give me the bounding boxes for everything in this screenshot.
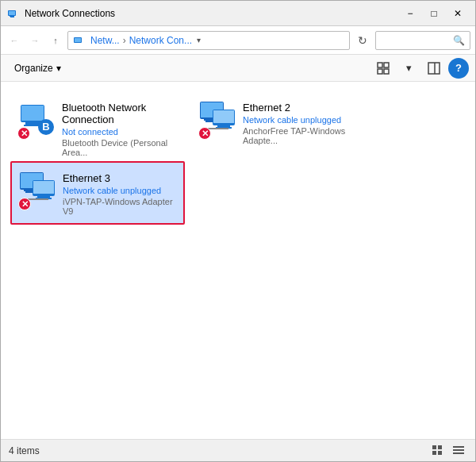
up-button[interactable]: ↑ bbox=[47, 32, 64, 49]
svg-rect-24 bbox=[217, 125, 230, 127]
address-input[interactable]: Netw... › Network Con... ▾ bbox=[67, 31, 350, 50]
svg-rect-13 bbox=[21, 106, 44, 121]
svg-rect-8 bbox=[378, 69, 382, 74]
network-item-ethernet2[interactable]: ✕ Ethernet 2 Network cable unplugged Anc… bbox=[191, 91, 366, 155]
breadcrumb-part2[interactable]: Network Con... bbox=[129, 35, 192, 46]
svg-rect-7 bbox=[384, 63, 389, 67]
net-name-ethernet2: Ethernet 2 bbox=[243, 102, 359, 114]
organize-dropdown-icon: ▾ bbox=[56, 63, 61, 74]
toolbar-right: ▾ ? bbox=[372, 58, 469, 79]
net-icon-wrap-ethernet2: ✕ bbox=[198, 98, 236, 140]
net-status-ethernet2: Network cable unplugged bbox=[243, 115, 359, 125]
breadcrumb-sep1: › bbox=[123, 35, 126, 46]
error-badge-ethernet2: ✕ bbox=[198, 127, 211, 140]
net-info-bluetooth: Bluetooth Network Connection Not connect… bbox=[62, 98, 178, 157]
svg-rect-32 bbox=[33, 181, 54, 194]
window-controls: − □ ✕ bbox=[399, 5, 469, 22]
net-info-ethernet2: Ethernet 2 Network cable unplugged Ancho… bbox=[243, 98, 359, 145]
toolbar: Organize ▾ ▾ ? bbox=[1, 55, 475, 82]
minimize-button[interactable]: − bbox=[399, 5, 421, 22]
net-adapter-ethernet3: iVPN-TAP-Windows Adapter V9 bbox=[63, 197, 177, 216]
status-view-controls bbox=[429, 443, 467, 459]
view-dropdown-button[interactable]: ▾ bbox=[397, 58, 420, 79]
svg-rect-9 bbox=[384, 69, 389, 74]
content-area: B ✕ Bluetooth Network Connection Not con… bbox=[1, 82, 475, 439]
error-badge-ethernet3: ✕ bbox=[18, 198, 31, 210]
svg-rect-23 bbox=[213, 110, 234, 123]
svg-rect-3 bbox=[10, 17, 14, 17]
net-adapter-bluetooth: Bluetooth Device (Personal Area... bbox=[62, 138, 178, 157]
details-view-button[interactable] bbox=[450, 443, 467, 459]
net-name-bluetooth: Bluetooth Network Connection bbox=[62, 102, 178, 125]
search-box[interactable]: 🔍 bbox=[375, 31, 470, 50]
organize-button[interactable]: Organize ▾ bbox=[7, 58, 68, 79]
net-icon-wrap-bluetooth: B ✕ bbox=[17, 98, 56, 140]
svg-rect-10 bbox=[428, 63, 440, 74]
breadcrumb-dropdown-icon[interactable]: ▾ bbox=[197, 36, 201, 44]
item-count: 4 items bbox=[9, 445, 40, 456]
maximize-button[interactable]: □ bbox=[423, 5, 445, 22]
forward-button[interactable]: → bbox=[26, 32, 44, 49]
svg-rect-33 bbox=[37, 196, 50, 198]
address-bar: ← → ↑ Netw... › Network Con... ▾ ↻ 🔍 bbox=[1, 26, 475, 55]
svg-rect-36 bbox=[432, 445, 436, 449]
window-title: Network Connections bbox=[25, 8, 399, 19]
status-bar: 4 items bbox=[1, 439, 475, 461]
search-icon: 🔍 bbox=[453, 35, 465, 46]
breadcrumb-part1[interactable]: Netw... bbox=[90, 35, 120, 46]
net-adapter-ethernet2: AnchorFree TAP-Windows Adapte... bbox=[243, 126, 359, 145]
title-bar: Network Connections − □ ✕ bbox=[1, 1, 475, 26]
network-item-ethernet3[interactable]: ✕ Ethernet 3 Network cable unplugged iVP… bbox=[10, 161, 185, 225]
network-item-bluetooth[interactable]: B ✕ Bluetooth Network Connection Not con… bbox=[10, 91, 185, 155]
net-status-bluetooth: Not connected bbox=[62, 127, 178, 137]
svg-rect-37 bbox=[438, 445, 442, 449]
organize-label: Organize bbox=[14, 63, 53, 74]
svg-rect-38 bbox=[432, 451, 436, 455]
network-items-grid: B ✕ Bluetooth Network Connection Not con… bbox=[10, 91, 466, 225]
help-button[interactable]: ? bbox=[448, 58, 469, 79]
svg-rect-2 bbox=[10, 16, 14, 17]
preview-pane-button[interactable] bbox=[423, 58, 445, 79]
net-icon-wrap-ethernet3: ✕ bbox=[18, 169, 56, 210]
back-button[interactable]: ← bbox=[6, 32, 23, 49]
svg-rect-14 bbox=[25, 122, 40, 125]
window-icon bbox=[7, 7, 20, 20]
net-status-ethernet3: Network cable unplugged bbox=[63, 186, 177, 195]
svg-rect-39 bbox=[438, 451, 442, 455]
refresh-button[interactable]: ↻ bbox=[353, 31, 372, 50]
net-info-ethernet3: Ethernet 3 Network cable unplugged iVPN-… bbox=[63, 169, 177, 216]
svg-text:B: B bbox=[42, 121, 49, 133]
svg-rect-5 bbox=[75, 38, 81, 42]
svg-rect-1 bbox=[9, 11, 15, 15]
large-icons-button[interactable] bbox=[429, 443, 447, 459]
svg-rect-6 bbox=[378, 63, 382, 67]
net-name-ethernet3: Ethernet 3 bbox=[63, 172, 177, 184]
breadcrumb: Netw... › Network Con... ▾ bbox=[73, 34, 201, 47]
view-icon-button[interactable] bbox=[372, 58, 394, 79]
error-badge-bluetooth: ✕ bbox=[17, 127, 30, 140]
close-button[interactable]: ✕ bbox=[447, 5, 469, 22]
